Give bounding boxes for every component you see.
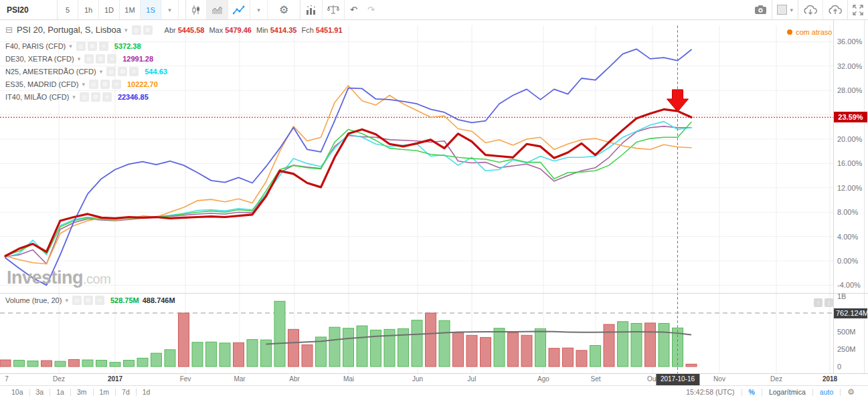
move-pane-up-button[interactable]: ↑ (814, 298, 822, 307)
range-button-3m[interactable]: 3m (71, 388, 93, 396)
price-tick-label[interactable]: 8.00% (837, 208, 858, 216)
range-button-1d[interactable]: 1d (137, 388, 157, 396)
symbol-settings-button[interactable]: ⚙ (118, 67, 127, 76)
save-layout-button[interactable] (823, 0, 847, 19)
time-tick-label[interactable]: Mar (234, 375, 245, 383)
time-tick-label[interactable]: Nov (713, 375, 725, 383)
price-tick-label[interactable]: 12.00% (837, 184, 862, 192)
clock-readout[interactable]: 15:42:58 (UTC) (679, 388, 741, 396)
symbol-settings-button[interactable]: ⚙ (88, 41, 97, 51)
eye-toggle-button[interactable]: ◎ (84, 54, 94, 64)
range-button-7d[interactable]: 7d (116, 388, 136, 396)
chevron-down-icon[interactable]: ▾ (82, 81, 85, 88)
percent-scale-button[interactable]: % (742, 388, 762, 396)
range-button-1m[interactable]: 1m (94, 388, 116, 396)
time-tick-label[interactable]: Mai (343, 375, 354, 383)
volume-legend-label[interactable]: Volume (true, 20) (5, 296, 62, 304)
time-tick-label[interactable]: 2018 (822, 375, 837, 383)
legend-title[interactable]: PSI 20, Portugal, S, Lisboa (17, 25, 121, 35)
area-chart-button[interactable] (207, 0, 228, 19)
redo-button[interactable]: ↷ (362, 0, 379, 19)
time-tick-label[interactable]: Abr (289, 375, 300, 383)
symbol-input[interactable]: PSI20 (0, 0, 58, 19)
auto-scale-button[interactable]: auto (813, 388, 840, 396)
interval-dropdown-button[interactable]: ▾ (161, 0, 179, 19)
time-tick-label[interactable]: Fev (180, 375, 191, 383)
symbol-settings-button[interactable]: ⚙ (100, 80, 110, 89)
time-tick-label[interactable]: Jun (412, 375, 423, 383)
remove-symbol-button[interactable]: × (102, 92, 112, 102)
chart-type-dropdown-button[interactable]: ▾ (250, 0, 268, 19)
price-tick-label[interactable]: 36.00% (837, 37, 862, 45)
symbol-name[interactable]: DE30, XETRA (CFD) (5, 55, 74, 63)
symbol-name[interactable]: N25, AMESTERDÃO (CFD) (5, 68, 96, 76)
symbol-name[interactable]: IT40, MILÃO (CFD) (5, 93, 69, 101)
candlestick-chart-button[interactable] (186, 0, 207, 19)
price-scale-axis[interactable] (833, 20, 865, 373)
interval-button-1D[interactable]: 1D (99, 0, 120, 19)
volume-tick-label[interactable]: 250M (837, 345, 856, 353)
fullscreen-button[interactable] (848, 0, 868, 19)
symbol-settings-button[interactable]: ⚙ (96, 54, 105, 64)
symbol-name[interactable]: ES35, MADRID (CFD) (5, 80, 78, 88)
range-button-3a[interactable]: 3a (30, 388, 50, 396)
time-tick-label[interactable]: 2017 (108, 375, 122, 383)
eye-toggle-button[interactable]: ◎ (132, 25, 141, 35)
price-tick-label[interactable]: 4.00% (837, 233, 858, 241)
range-button-10a[interactable]: 10a (5, 388, 29, 396)
price-tick-label[interactable]: 32.00% (837, 62, 862, 70)
time-tick-label[interactable]: Ago (537, 375, 549, 383)
chart-region[interactable]: ⊟ PSI 20, Portugal, S, Lisboa ▾ ◎ ⚙ Abr5… (0, 20, 868, 398)
time-tick-label[interactable]: Jul (468, 375, 476, 383)
price-tick-label[interactable]: 16.00% (837, 159, 862, 167)
time-axis[interactable]: 2017-10-16 7Dez2017FevMarAbrMaiJunJulAgo… (0, 373, 868, 385)
time-tick-label[interactable]: Dez (53, 375, 65, 383)
interval-button-1h[interactable]: 1h (78, 0, 99, 19)
eye-toggle-button[interactable]: ◎ (72, 296, 82, 305)
range-button-1a[interactable]: 1a (50, 388, 70, 396)
chevron-down-icon[interactable]: ▾ (124, 27, 128, 33)
indicator-settings-button[interactable]: ⚙ (84, 296, 93, 305)
price-tick-label[interactable]: 20.00% (837, 135, 862, 143)
time-tick-label[interactable]: 7 (5, 375, 9, 383)
chevron-down-icon[interactable]: ▾ (69, 43, 72, 49)
remove-indicator-button[interactable]: × (95, 296, 104, 305)
maximize-pane-button[interactable]: ↕ (824, 298, 833, 307)
interval-button-5[interactable]: 5 (58, 0, 78, 19)
price-tick-label[interactable]: 28.00% (837, 86, 862, 94)
layout-button[interactable]: ▾ (772, 0, 798, 19)
indicators-button[interactable] (300, 0, 323, 19)
remove-symbol-button[interactable]: × (112, 80, 121, 89)
eye-toggle-button[interactable]: ◎ (106, 67, 116, 76)
time-tick-label[interactable]: Set (590, 375, 600, 383)
settings-button[interactable]: ⚙ (274, 0, 293, 19)
series-settings-button[interactable]: ⚙ (143, 25, 153, 35)
remove-symbol-button[interactable]: × (107, 54, 116, 64)
eye-toggle-button[interactable]: ◎ (80, 92, 89, 102)
pane-separator[interactable] (0, 293, 868, 294)
chevron-down-icon[interactable]: ▾ (72, 94, 76, 100)
eye-toggle-button[interactable]: ◎ (89, 80, 98, 89)
interval-button-1M[interactable]: 1M (120, 0, 141, 19)
chevron-down-icon[interactable]: ▾ (78, 56, 81, 62)
interval-button-1S[interactable]: 1S (141, 0, 161, 19)
load-layout-button[interactable] (798, 0, 823, 19)
volume-tick-label[interactable]: 500M (837, 328, 856, 336)
price-tick-label[interactable]: 0.00% (837, 257, 858, 265)
line-chart-button[interactable] (228, 0, 250, 19)
time-tick-label[interactable]: Dez (770, 375, 782, 383)
symbol-settings-button[interactable]: ⚙ (91, 92, 100, 102)
remove-symbol-button[interactable]: × (99, 41, 108, 51)
volume-tick-label[interactable]: 1B (837, 292, 846, 300)
chevron-down-icon[interactable]: ▾ (100, 68, 103, 75)
axis-settings-button[interactable]: ⚙ (841, 387, 861, 397)
eye-toggle-button[interactable]: ◎ (76, 41, 86, 51)
symbol-name[interactable]: F40, PARIS (CFD) (5, 42, 66, 50)
price-tick-label[interactable]: -4.00% (837, 281, 861, 289)
collapse-legend-icon[interactable]: ⊟ (5, 25, 13, 35)
undo-button[interactable]: ↶ (345, 0, 362, 19)
log-scale-button[interactable]: Logarítmica (762, 388, 812, 396)
snapshot-button[interactable] (750, 0, 772, 19)
volume-tick-label[interactable]: 0 (837, 363, 841, 371)
remove-symbol-button[interactable]: × (129, 67, 139, 76)
